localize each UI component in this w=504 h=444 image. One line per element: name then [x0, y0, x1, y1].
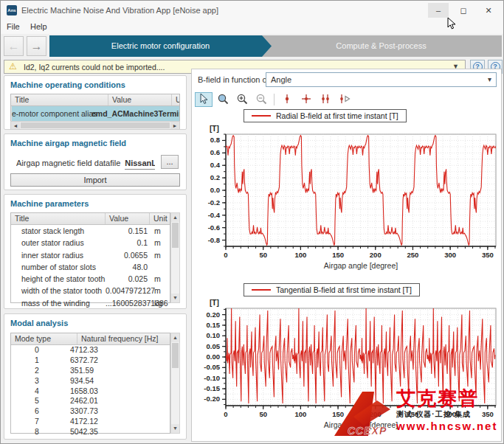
- table-row[interactable]: inner stator radius0.0655m: [11, 249, 170, 261]
- plot-panel: B-field in function of: Angle ▾ Radial B…: [191, 69, 502, 442]
- table-row[interactable]: 85042.35: [11, 427, 170, 437]
- mode-type: 3: [11, 376, 63, 386]
- app-window: Ans Electric Machine Noise And Vibration…: [0, 0, 504, 444]
- svg-text:-0.10: -0.10: [204, 374, 220, 382]
- col-title[interactable]: Title: [11, 94, 108, 105]
- vertical-scrollbar[interactable]: ▲ ▼: [170, 333, 180, 434]
- zoom-box-tool[interactable]: [214, 92, 232, 107]
- selected-row[interactable]: e-motor component alias emd_ACMachine3Te…: [12, 106, 179, 121]
- mode-type: 2: [11, 366, 63, 376]
- table-row[interactable]: 16372.72: [11, 355, 170, 366]
- col-value[interactable]: Value: [108, 94, 172, 105]
- svg-text:0: 0: [224, 410, 227, 418]
- marker-cross-tool[interactable]: [297, 92, 315, 107]
- marker-single-tool[interactable]: [278, 92, 296, 107]
- table-row[interactable]: outer stator radius0.1m: [11, 237, 170, 249]
- svg-text:-0.2: -0.2: [208, 198, 220, 207]
- back-arrow-button[interactable]: ←: [4, 36, 24, 56]
- row-title: e-motor component alias: [12, 106, 92, 121]
- table-row[interactable]: mass of the winding...1600528371386kg: [11, 297, 170, 309]
- menu-file[interactable]: File: [4, 22, 23, 31]
- warning-icon: ⚠: [9, 61, 17, 72]
- natural-frequency: 4172.12: [63, 417, 170, 427]
- section-machine-operating-conditions: Machine operating conditions Title Value…: [4, 75, 187, 130]
- natural-frequency: 4712.33: [63, 345, 170, 355]
- table-row[interactable]: 3934.54: [11, 376, 170, 386]
- svg-text:0.00: 0.00: [207, 353, 221, 361]
- menu-help[interactable]: Help: [27, 22, 50, 31]
- vertical-scrollbar[interactable]: ▲ ▼: [170, 212, 180, 303]
- col-natural-frequency[interactable]: Natural frequency [Hz]: [77, 333, 170, 344]
- table-row[interactable]: 74172.12: [11, 417, 170, 427]
- table-row[interactable]: stator stack length0.151m: [11, 225, 170, 237]
- table-row[interactable]: 63307.73: [11, 406, 170, 417]
- svg-text:350: 350: [482, 410, 494, 418]
- col-title[interactable]: Title: [11, 213, 106, 224]
- scroll-down-icon[interactable]: ▼: [171, 424, 179, 433]
- tangential-bfield-chart[interactable]: 0501001502002503003500.200.150.100.050.0…: [193, 296, 501, 441]
- table-row[interactable]: 41658.03: [11, 386, 170, 397]
- table-row[interactable]: height of the stator tooth0.025m: [11, 273, 170, 285]
- scrollbar-thumb[interactable]: [21, 122, 170, 128]
- param-unit: m: [150, 237, 170, 249]
- param-title: inner stator radius: [11, 249, 106, 261]
- scroll-left-icon[interactable]: ◄: [11, 122, 20, 129]
- cursor-tool[interactable]: [195, 92, 213, 107]
- svg-text:0.4: 0.4: [210, 161, 221, 169]
- svg-text:Airgap angle [degree]: Airgap angle [degree]: [324, 420, 398, 429]
- scrollbar-thumb[interactable]: [172, 223, 179, 248]
- scrollbar-thumb[interactable]: [172, 343, 179, 368]
- browse-button[interactable]: ...: [161, 155, 179, 169]
- table-row[interactable]: number of stator slots48.0: [11, 261, 170, 273]
- section-title: Machine airgap magnetic field: [10, 139, 180, 148]
- marker-double-tool[interactable]: [317, 92, 334, 107]
- table-row[interactable]: 52462.01: [11, 396, 170, 406]
- mode-type: 6: [11, 406, 63, 417]
- param-value: 0.0655: [106, 249, 150, 261]
- table-header: Mode type Natural frequency [Hz]: [11, 333, 170, 345]
- datafile-value[interactable]: NissanLeaf_idq_5_7.mat: [125, 156, 155, 170]
- col-unit[interactable]: U: [172, 94, 179, 105]
- cursor-icon: [198, 93, 210, 106]
- menu-bar: File Help: [1, 20, 503, 34]
- zoom-in-tool[interactable]: [233, 92, 251, 107]
- forward-arrow-button[interactable]: →: [27, 36, 46, 56]
- natural-frequency: 6372.72: [63, 355, 170, 366]
- col-unit[interactable]: Unit: [150, 213, 170, 224]
- param-title: height of the stator tooth: [11, 273, 106, 285]
- scroll-down-icon[interactable]: ▼: [171, 294, 179, 302]
- back-arrow-icon: ←: [8, 40, 20, 52]
- table-row[interactable]: 2351.59: [11, 366, 170, 376]
- param-value: ...1600528371386: [106, 297, 150, 309]
- col-value[interactable]: Value: [106, 213, 150, 224]
- radial-bfield-chart[interactable]: 0501001502002503003500.80.60.40.20.0-0.2…: [193, 122, 501, 281]
- scroll-up-icon[interactable]: ▲: [171, 213, 179, 222]
- tangential-legend: Tangential B-field at first time instant…: [244, 283, 420, 296]
- svg-text:50: 50: [259, 410, 267, 418]
- natural-frequency: 351.59: [63, 366, 170, 376]
- close-button[interactable]: ✕: [478, 3, 499, 18]
- minimize-button[interactable]: –: [428, 3, 449, 18]
- col-mode-type[interactable]: Mode type: [11, 333, 77, 344]
- param-value: 0.025: [106, 273, 150, 285]
- horizontal-scrollbar[interactable]: ◄ ►: [10, 121, 180, 130]
- forward-arrow-icon: →: [31, 40, 43, 52]
- bfield-function-select[interactable]: Angle ▾: [266, 72, 497, 87]
- scroll-right-icon[interactable]: ►: [170, 122, 179, 129]
- tab-electric-motor-configuration[interactable]: Electric motor configuration: [49, 35, 272, 57]
- table-row[interactable]: 04712.33: [11, 345, 170, 355]
- svg-text:200: 200: [370, 410, 382, 418]
- param-title: stator stack length: [11, 225, 106, 237]
- import-button[interactable]: Import: [10, 173, 180, 187]
- marker-single-icon: [281, 93, 293, 106]
- maximize-button[interactable]: ◻: [453, 3, 474, 18]
- tab-compute-post-process[interactable]: Compute & Post-process: [260, 35, 502, 57]
- table-row[interactable]: e-motor component alias emd_ACMachine3Te…: [11, 106, 179, 121]
- marker-track-tool[interactable]: [336, 92, 353, 107]
- scroll-up-icon[interactable]: ▲: [171, 333, 179, 342]
- chevron-down-icon: ▾: [488, 73, 491, 86]
- zoom-out-tool[interactable]: [252, 92, 270, 107]
- plot-toolbar: [195, 91, 353, 108]
- warning-text: Id2, Iq2 currents could not be imported.…: [24, 63, 165, 72]
- table-row[interactable]: width of the stator tooth0.0047972127m: [11, 285, 170, 296]
